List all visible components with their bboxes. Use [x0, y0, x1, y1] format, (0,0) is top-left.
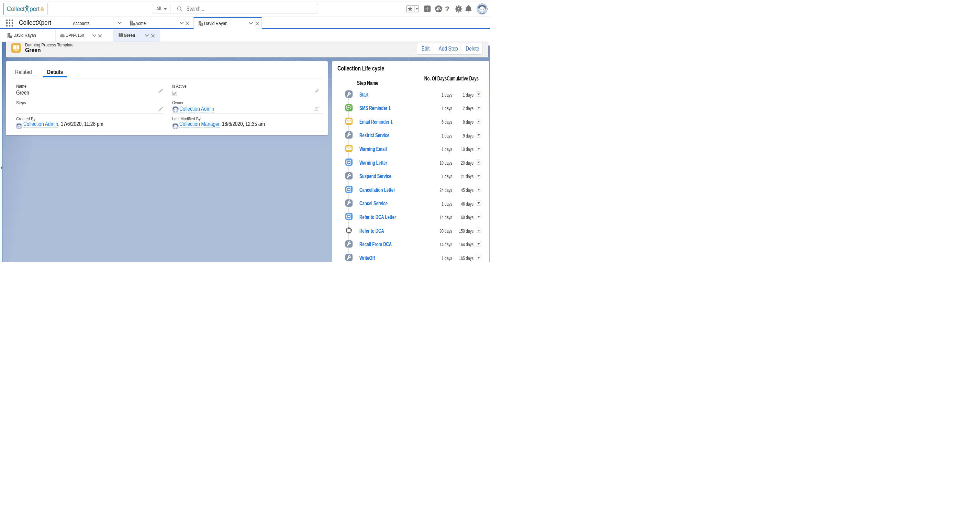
svg-text:SMS: SMS	[347, 106, 350, 108]
